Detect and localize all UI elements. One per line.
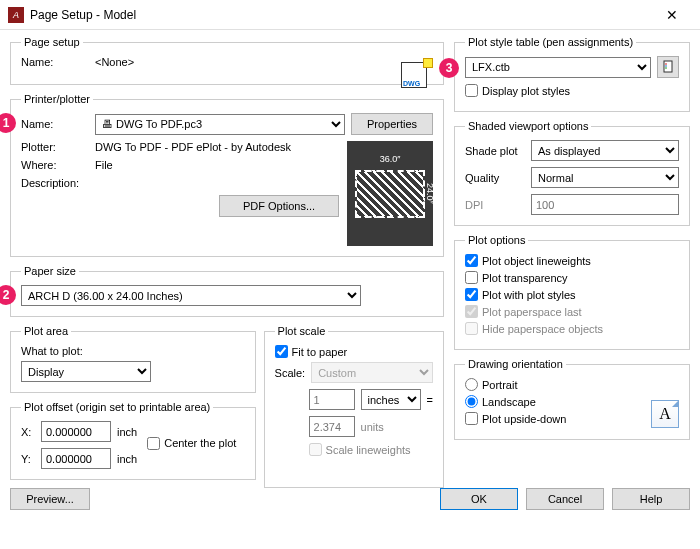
landscape-radio[interactable] (465, 395, 478, 408)
center-plot-check[interactable] (147, 437, 160, 450)
plotter-value: DWG To PDF - PDF ePlot - by Autodesk (95, 141, 291, 153)
eq-label: = (427, 394, 433, 406)
display-ps-check[interactable] (465, 84, 478, 97)
x-unit: inch (117, 426, 137, 438)
paper-size-legend: Paper size (21, 265, 79, 277)
shaded-legend: Shaded viewport options (465, 120, 591, 132)
paper-preview: 36.0″ 24.0″ (347, 141, 433, 246)
fit-to-paper-check[interactable] (275, 345, 288, 358)
scale-num-input (309, 389, 355, 410)
scale-unit-select[interactable]: inches (361, 389, 421, 410)
pst-legend: Plot style table (pen assignments) (465, 36, 636, 48)
scale-label: Scale: (275, 367, 306, 379)
shade-plot-select[interactable]: As displayed (531, 140, 679, 161)
page-setup-legend: Page setup (21, 36, 83, 48)
window-title: Page Setup - Model (30, 8, 652, 22)
plot-area-legend: Plot area (21, 325, 71, 337)
shaded-viewport-group: Shaded viewport options Shade plotAs dis… (454, 120, 690, 226)
svg-point-3 (665, 67, 667, 69)
plot-styles-check[interactable] (465, 288, 478, 301)
callout-3: 3 (439, 58, 459, 78)
ok-button[interactable]: OK (440, 488, 518, 510)
cancel-button[interactable]: Cancel (526, 488, 604, 510)
svg-point-2 (665, 65, 667, 67)
printer-legend: Printer/plotter (21, 93, 93, 105)
page-setup-group: Page setup Name: <None> DWG (10, 36, 444, 85)
where-value: File (95, 159, 113, 171)
plot-trans-check[interactable] (465, 271, 478, 284)
svg-rect-0 (664, 61, 672, 72)
scale-lw-label: Scale lineweights (326, 444, 411, 456)
close-button[interactable]: ✕ (652, 1, 692, 29)
pdf-options-button[interactable]: PDF Options... (219, 195, 339, 217)
plot-area-group: Plot area What to plot: Display (10, 325, 256, 393)
fit-to-paper-label: Fit to paper (292, 346, 348, 358)
portrait-radio[interactable] (465, 378, 478, 391)
what-to-plot-select[interactable]: Display (21, 361, 151, 382)
quality-select[interactable]: Normal (531, 167, 679, 188)
titlebar: A Page Setup - Model ✕ (0, 0, 700, 30)
plot-scale-legend: Plot scale (275, 325, 329, 337)
printer-name-label: Name: (21, 118, 89, 130)
pst-select[interactable]: LFX.ctb (465, 57, 651, 78)
pst-edit-button[interactable] (657, 56, 679, 78)
orientation-group: Drawing orientation Portrait Landscape P… (454, 358, 690, 440)
plot-style-table-group: Plot style table (pen assignments) LFX.c… (454, 36, 690, 112)
plotter-label: Plotter: (21, 141, 89, 153)
dpi-label: DPI (465, 199, 525, 211)
plot-lw-check[interactable] (465, 254, 478, 267)
name-value: <None> (95, 56, 134, 68)
plot-scale-group: Plot scale Fit to paper Scale:Custom inc… (264, 325, 444, 488)
den-unit-label: units (361, 421, 384, 433)
x-input[interactable] (41, 421, 111, 442)
plot-offset-legend: Plot offset (origin set to printable are… (21, 401, 213, 413)
paper-size-select[interactable]: ARCH D (36.00 x 24.00 Inches) (21, 285, 361, 306)
dwg-icon: DWG (401, 58, 433, 90)
shade-plot-label: Shade plot (465, 145, 525, 157)
help-button[interactable]: Help (612, 488, 690, 510)
y-unit: inch (117, 453, 137, 465)
y-input[interactable] (41, 448, 111, 469)
where-label: Where: (21, 159, 89, 171)
y-label: Y: (21, 453, 35, 465)
plot-options-legend: Plot options (465, 234, 528, 246)
orientation-icon: A (651, 400, 679, 428)
app-icon: A (8, 7, 24, 23)
hide-ps-check (465, 322, 478, 335)
what-to-plot-label: What to plot: (21, 345, 245, 357)
paper-size-group: Paper size ARCH D (36.00 x 24.00 Inches) (10, 265, 444, 317)
display-ps-label: Display plot styles (482, 85, 570, 97)
upside-check[interactable] (465, 412, 478, 425)
properties-button[interactable]: Properties (351, 113, 433, 135)
scale-lw-check (309, 443, 322, 456)
preview-button[interactable]: Preview... (10, 488, 90, 510)
plot-options-group: Plot options Plot object lineweights Plo… (454, 234, 690, 350)
scale-select: Custom (311, 362, 433, 383)
plot-ps-last-check (465, 305, 478, 318)
center-plot-label: Center the plot (164, 437, 236, 449)
desc-label: Description: (21, 177, 89, 189)
printer-name-select[interactable]: 🖶 DWG To PDF.pc3 (95, 114, 345, 135)
svg-point-1 (665, 63, 667, 65)
dpi-input (531, 194, 679, 215)
plot-offset-group: Plot offset (origin set to printable are… (10, 401, 256, 480)
x-label: X: (21, 426, 35, 438)
printer-group: Printer/plotter Name: 🖶 DWG To PDF.pc3 P… (10, 93, 444, 257)
orientation-legend: Drawing orientation (465, 358, 566, 370)
name-label: Name: (21, 56, 89, 68)
quality-label: Quality (465, 172, 525, 184)
scale-den-input (309, 416, 355, 437)
